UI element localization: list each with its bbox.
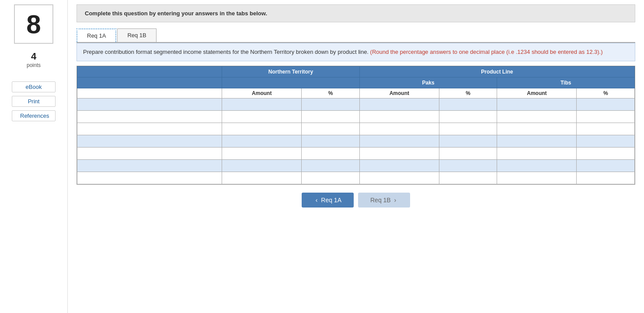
row6-nt-pct-input[interactable] — [302, 160, 359, 172]
table-row — [77, 159, 635, 172]
header-row-mid: Paks Tibs — [77, 77, 635, 88]
row6-label-input[interactable] — [79, 161, 220, 171]
row1-paks-pct-cell — [439, 98, 497, 110]
row2-nt-pct-input[interactable] — [302, 111, 359, 123]
sidebar: 8 4 points eBook Print References — [0, 0, 68, 313]
row1-nt-amount-input[interactable] — [222, 98, 301, 110]
header-northern-territory: Northern Territory — [222, 66, 360, 77]
nav-buttons: ‹ Req 1A Req 1B › — [77, 193, 635, 207]
table-row — [77, 147, 635, 159]
row1-nt-pct-input[interactable] — [302, 98, 359, 110]
header-nt-amount: Amount — [222, 88, 302, 98]
description-note: (Round the percentage answers to one dec… — [370, 49, 603, 55]
header-nt-sub — [222, 77, 360, 88]
row-label-cell — [77, 98, 222, 110]
points-value: 4 — [31, 51, 36, 62]
header-empty-mid — [77, 77, 222, 88]
sidebar-links: eBook Print References — [12, 81, 56, 121]
row2-label-input[interactable] — [79, 112, 220, 122]
prev-label: Req 1A — [321, 197, 341, 204]
row1-tibs-amount-cell — [497, 98, 577, 110]
print-link[interactable]: Print — [12, 96, 56, 107]
ebook-link[interactable]: eBook — [12, 81, 56, 92]
row1-label-input[interactable] — [79, 99, 220, 109]
row4-nt-pct-input[interactable] — [302, 135, 359, 147]
row2-paks-pct-input[interactable] — [439, 111, 497, 123]
row1-tibs-pct-input[interactable] — [577, 98, 634, 110]
header-product-line: Product Line — [359, 66, 634, 77]
row4-paks-pct-input[interactable] — [439, 135, 497, 147]
table-row — [77, 123, 635, 135]
tabs-container: Req 1A Req 1B — [77, 28, 635, 43]
header-tibs-amount: Amount — [497, 88, 577, 98]
row2-nt-amount-input[interactable] — [222, 111, 301, 123]
row1-tibs-amount-input[interactable] — [497, 98, 576, 110]
row1-paks-amount-input[interactable] — [360, 98, 439, 110]
header-paks: Paks — [359, 77, 497, 88]
row1-paks-pct-input[interactable] — [439, 98, 497, 110]
main-content: Complete this question by entering your … — [68, 0, 644, 313]
row3-label-input[interactable] — [79, 124, 220, 134]
row4-nt-amount-input[interactable] — [222, 135, 301, 147]
references-link[interactable]: References — [12, 110, 56, 121]
row2-tibs-amount-input[interactable] — [497, 111, 576, 123]
row1-nt-amount-cell — [222, 98, 302, 110]
row1-tibs-pct-cell — [577, 98, 635, 110]
header-tibs-percent: % — [577, 88, 635, 98]
prev-arrow: ‹ — [316, 197, 318, 204]
header-nt-percent: % — [302, 88, 359, 98]
header-paks-amount: Amount — [359, 88, 439, 98]
tab-req1b[interactable]: Req 1B — [117, 28, 156, 42]
table-row — [77, 172, 635, 184]
row4-label-input[interactable] — [79, 136, 220, 146]
row7-label-input[interactable] — [79, 173, 220, 183]
row6-nt-amount-input[interactable] — [222, 160, 301, 172]
row4-tibs-amount-input[interactable] — [497, 135, 576, 147]
instruction-text: Complete this question by entering your … — [85, 10, 267, 17]
next-label: Req 1B — [370, 197, 391, 204]
description-box: Prepare contribution format segmented in… — [77, 43, 635, 61]
row5-label-input[interactable] — [79, 148, 220, 158]
header-empty-top — [77, 66, 222, 77]
next-arrow: › — [394, 197, 397, 204]
header-tibs: Tibs — [497, 77, 635, 88]
prev-button[interactable]: ‹ Req 1A — [302, 193, 354, 207]
description-main: Prepare contribution format segmented in… — [83, 49, 369, 55]
data-table: Northern Territory Product Line Paks — [77, 66, 635, 184]
row2-paks-amount-input[interactable] — [360, 111, 439, 123]
row4-paks-amount-input[interactable] — [360, 135, 439, 147]
tab-req1a[interactable]: Req 1A — [77, 28, 116, 42]
header-row-top: Northern Territory Product Line — [77, 66, 635, 77]
row1-nt-pct-cell — [302, 98, 359, 110]
table-row — [77, 110, 635, 123]
row4-tibs-pct-input[interactable] — [577, 135, 634, 147]
header-label-col — [77, 88, 222, 98]
points-label: points — [27, 62, 41, 68]
row1-paks-amount-cell — [359, 98, 439, 110]
table-row — [77, 98, 635, 110]
row2-tibs-pct-input[interactable] — [577, 111, 634, 123]
header-paks-percent: % — [439, 88, 497, 98]
next-button[interactable]: Req 1B › — [358, 193, 410, 207]
header-row-sub: Amount % Amount % Amount % — [77, 88, 635, 98]
table-row — [77, 135, 635, 147]
data-table-wrapper: Northern Territory Product Line Paks — [77, 66, 635, 185]
instruction-banner: Complete this question by entering your … — [77, 4, 635, 22]
question-number: 8 — [14, 4, 53, 44]
